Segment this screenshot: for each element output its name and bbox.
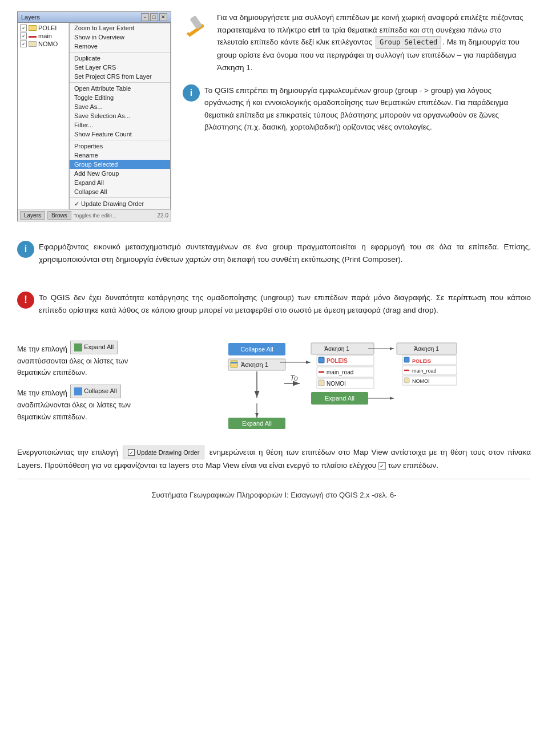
layers-list: POLEI main NOMO — [18, 23, 69, 209]
layer-main-item[interactable]: main — [18, 32, 68, 40]
minimize-button[interactable]: − — [141, 13, 149, 21]
nomoi-right-label: ΝΟΜΟΙ — [412, 378, 430, 384]
to-arrow-label: To — [290, 374, 298, 382]
right-panel: Για να δημιουργήσετε μια συλλογή επιπέδω… — [183, 11, 531, 221]
update-drawing-section: Ενεργοποιώντας την επιλογή Update Drawin… — [17, 446, 531, 472]
layers-body: POLEI main NOMO — [18, 23, 171, 209]
layer-checkbox-group[interactable] — [20, 25, 27, 31]
page: Layers − □ ✕ POLEI — [0, 0, 548, 516]
layer-nomoi-label: NOMO — [38, 41, 58, 47]
collapse-all-label: Collapse All — [84, 386, 116, 397]
nomoi-right-icon — [404, 378, 409, 383]
menu-save-as[interactable]: Save As... — [70, 102, 170, 111]
layers-titlebar: Layers − □ ✕ — [18, 12, 171, 23]
toggle-editing-label: Toggles the editir... — [74, 213, 116, 219]
footer: Συστήματα Γεωγραφικών Πληροφοριών Ι: Εισ… — [17, 479, 531, 499]
collapse-all-button[interactable]: Collapse All — [70, 385, 120, 398]
main-road-label: main_road — [327, 369, 353, 375]
nomoi-icon — [319, 380, 324, 386]
menu-add-new-group[interactable]: Add New Group — [70, 169, 170, 178]
layers-bottom: Layers Brows Toggles the editir... 22.0 — [18, 209, 171, 221]
expand-collapse-text: Με την επιλογή Expand All αναπτύσσονται … — [17, 341, 143, 423]
group-folder-collapsed — [231, 361, 237, 367]
restore-button[interactable]: □ — [150, 13, 158, 21]
version-badge: 22.0 — [158, 212, 168, 219]
menu-set-project-crs[interactable]: Set Project CRS from Layer — [70, 72, 170, 81]
askisi1-collapsed-label: Άσκηση 1 — [241, 361, 268, 368]
intro-text: Για να δημιουργήσετε μια συλλογή επιπέδω… — [217, 11, 531, 74]
menu-collapse-all[interactable]: Collapse All — [70, 187, 170, 196]
para1-text: Για να δημιουργήσετε μια συλλογή επιπέδω… — [217, 13, 523, 72]
layer-main-label: main — [38, 33, 52, 39]
layer-checkbox-inline[interactable]: ✓ — [378, 462, 386, 470]
menu-save-selection[interactable]: Save Selection As... — [70, 111, 170, 120]
middle-section: Με την επιλογή Expand All αναπτύσσονται … — [17, 341, 531, 432]
expand-all-label: Expand All — [84, 342, 114, 353]
menu-group-selected[interactable]: Group Selected — [70, 160, 170, 169]
menu-expand-all[interactable]: Expand All — [70, 178, 170, 187]
menu-update-drawing[interactable]: ✓ Update Drawing Order — [70, 199, 170, 209]
expand-para: Με την επιλογή Expand All αναπτύσσονται … — [17, 341, 143, 379]
layer-checkbox-main[interactable] — [20, 33, 27, 39]
poleis-label: POLEIS — [327, 358, 348, 364]
layer-nomoi-item[interactable]: NOMO — [18, 40, 68, 48]
menu-show-overview[interactable]: Show in Overview — [70, 33, 170, 42]
expand-icon-small — [74, 343, 82, 351]
nomoi-label: ΝΟΜΟΙ — [327, 381, 346, 387]
context-menu: Zoom to Layer Extent Show in Overview Re… — [69, 23, 171, 209]
collapse-icon-small — [74, 387, 82, 395]
transform-icon: i — [17, 241, 34, 258]
titlebar-buttons: − □ ✕ — [141, 13, 167, 21]
top-section: Layers − □ ✕ POLEI — [17, 11, 531, 221]
warning-callout: ! Το QGIS δεν έχει δυνατότητα κατάργησης… — [17, 288, 531, 328]
menu-separator-3 — [70, 140, 170, 140]
update-drawing-checkbox[interactable] — [128, 449, 135, 456]
info-text: Το QGIS επιτρέπει τη δημιουργία εμφωλευμ… — [204, 84, 531, 134]
close-button[interactable]: ✕ — [159, 13, 167, 21]
pen-icon — [183, 11, 210, 39]
askisi1-expanded-label: Άσκηση 1 — [324, 346, 349, 352]
layers-tab[interactable]: Layers — [20, 211, 45, 220]
menu-set-layer-crs[interactable]: Set Layer CRS — [70, 63, 170, 72]
menu-properties[interactable]: Properties — [70, 142, 170, 151]
poleis-icon — [319, 357, 324, 363]
nomoi-right-row — [402, 376, 457, 385]
layers-window: Layers − □ ✕ POLEI — [17, 11, 171, 221]
collapse-all-text: Collapse All — [240, 346, 273, 353]
layer-checkbox-nomoi[interactable] — [20, 41, 27, 47]
info-icon: i — [183, 84, 200, 102]
menu-separator-4 — [70, 197, 170, 198]
layer-diagram-svg: Collapse All Άσκηση 1 To — [223, 341, 462, 432]
menu-filter[interactable]: Filter... — [70, 120, 170, 130]
menu-toggle-editing[interactable]: Toggle Editing — [70, 93, 170, 102]
browse-tab[interactable]: Brows — [47, 211, 71, 220]
menu-rename[interactable]: Rename — [70, 151, 170, 160]
menu-open-attribute[interactable]: Open Attribute Table — [70, 84, 170, 93]
main-road-icon — [29, 36, 37, 38]
expand-all-bottom-text: Expand All — [242, 420, 272, 427]
expand-all-button[interactable]: Expand All — [70, 341, 118, 354]
update-drawing-badge-label: Update Drawing Order — [136, 447, 199, 458]
warning-text: Το QGIS δεν έχει δυνατότητα κατάργησης τ… — [39, 292, 531, 317]
layers-title: Layers — [21, 14, 40, 21]
update-drawing-badge: Update Drawing Order — [123, 446, 204, 459]
diagram-area: Collapse All Άσκηση 1 To — [154, 341, 531, 432]
main-road-right-label: main_road — [412, 368, 437, 374]
menu-duplicate[interactable]: Duplicate — [70, 54, 170, 63]
menu-show-feature-count[interactable]: Show Feature Count — [70, 130, 170, 139]
expand-all-text: Expand All — [325, 395, 354, 402]
nomoi-icon — [29, 41, 37, 47]
menu-separator-2 — [70, 82, 170, 83]
info-callout: i Το QGIS επιτρέπει τη δημιουργία εμφωλε… — [183, 81, 531, 137]
group-folder-icon — [29, 25, 37, 31]
layer-group-item[interactable]: POLEI — [18, 24, 68, 32]
menu-remove[interactable]: Remove — [70, 42, 170, 51]
askisi1-right-label: Άσκηση 1 — [414, 346, 439, 352]
transform-text: Εφαρμόζοντας εικονικό μετασχηματισμό συν… — [39, 241, 531, 266]
poleis-right-label: POLEIS — [412, 358, 431, 364]
layer-group-label: POLEI — [38, 25, 57, 31]
collapse-para: Με την επιλογή Collapse All αναδιπλώνοντ… — [17, 385, 143, 423]
menu-separator-1 — [70, 52, 170, 52]
intro-section: Για να δημιουργήσετε μια συλλογή επιπέδω… — [183, 11, 531, 74]
menu-zoom-to-layer[interactable]: Zoom to Layer Extent — [70, 23, 170, 33]
